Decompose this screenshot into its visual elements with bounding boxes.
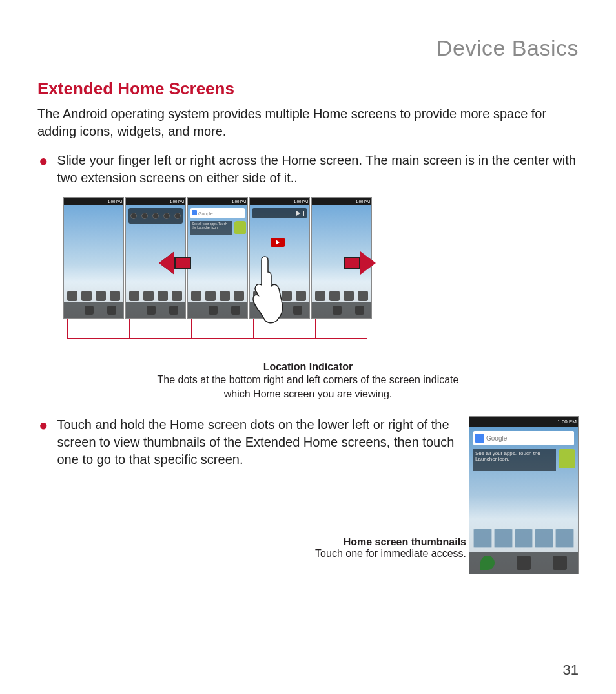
status-bar: 1:00 PM — [126, 198, 185, 205]
bullet-item: ● Slide your finger left or right across… — [37, 152, 579, 187]
bullet-icon: ● — [39, 152, 48, 187]
location-indicator-callout-lines — [63, 319, 373, 344]
home-screen-1: 1:00 PM — [63, 197, 124, 319]
android-icon — [234, 221, 246, 234]
launcher-hint: See all your apps. Touch the Launcher ic… — [190, 221, 232, 235]
caption-body: The dots at the bottom right and left co… — [147, 373, 469, 401]
dock — [126, 302, 185, 318]
status-bar: 1:00 PM — [250, 198, 309, 205]
status-bar: 1:00 PM — [64, 198, 123, 205]
thumbnail — [494, 529, 513, 548]
dock — [469, 552, 578, 574]
page-number: 31 — [563, 662, 579, 678]
status-bar: 1:00 PM — [188, 198, 247, 205]
android-icon — [559, 449, 575, 468]
swipe-left-arrow-icon — [159, 251, 191, 275]
thumbnail-row — [473, 529, 574, 548]
caption-title: Location Indicator — [147, 361, 469, 373]
dock — [188, 302, 247, 318]
bullet-item: ● Touch and hold the Home screen dots on… — [37, 416, 456, 468]
section-title: Extended Home Screens — [37, 79, 579, 99]
bullet-text: Touch and hold the Home screen dots on t… — [57, 416, 457, 468]
power-control-widget — [128, 208, 183, 224]
chapter-title: Device Basics — [37, 36, 579, 61]
status-bar: 1:00 PM — [469, 417, 578, 427]
music-widget — [252, 208, 307, 218]
caption-title: Home screen thumbnails — [315, 536, 466, 548]
thumbnail-caption: Home screen thumbnails Touch one for imm… — [315, 536, 466, 560]
home-screens-figure: 1:00 PM 1:00 PM 1:00 PM Google See all y… — [63, 197, 373, 359]
thumbnail — [515, 529, 533, 548]
status-bar: 1:00 PM — [312, 198, 371, 205]
finger-touch-icon — [247, 254, 285, 325]
launcher-hint: See all your apps. Touch the Launcher ic… — [473, 449, 556, 471]
caption-body: Touch one for immediate access. — [315, 548, 466, 560]
thumbnail — [473, 529, 492, 548]
youtube-icon — [271, 238, 285, 247]
footer-rule — [307, 655, 579, 655]
google-search-widget: Google — [190, 208, 245, 218]
intro-text: The Android operating system provides mu… — [37, 105, 579, 140]
dock — [312, 302, 371, 318]
location-indicator-caption: Location Indicator The dots at the botto… — [147, 361, 469, 401]
thumbnail-callout-line — [466, 542, 577, 542]
dock — [64, 302, 123, 318]
home-screen-center: 1:00 PM Google See all your apps. Touch … — [187, 197, 248, 319]
thumbnail — [535, 529, 553, 548]
google-search-widget: Google — [473, 431, 574, 445]
home-screen-thumbnails-figure: 1:00 PM Google See all your apps. Touch … — [469, 416, 579, 574]
bullet-text: Slide your finger left or right across t… — [57, 152, 579, 187]
bullet-icon: ● — [39, 416, 48, 468]
thumbnail — [555, 529, 574, 548]
swipe-right-arrow-icon — [344, 251, 376, 275]
